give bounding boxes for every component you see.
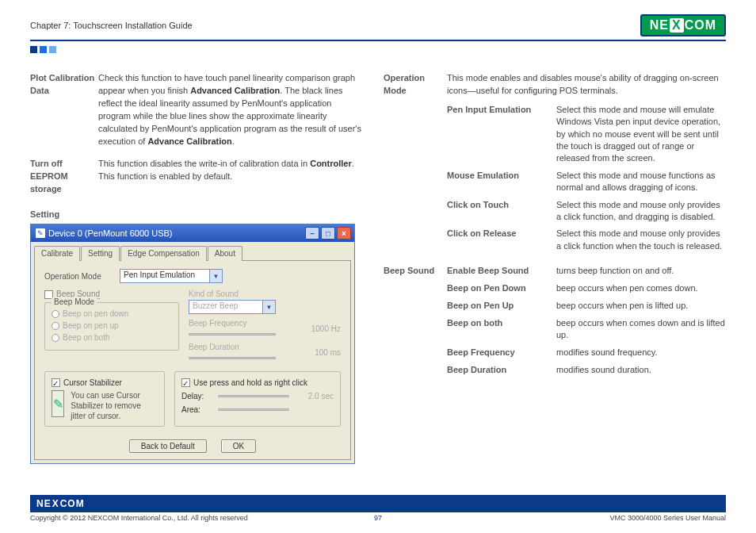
back-to-default-button[interactable]: Back to Default: [129, 439, 207, 453]
term-beep-pen-down: Beep on Pen Down: [447, 282, 556, 295]
page-number: 97: [374, 514, 382, 522]
desc-beep-duration: modifies sound duration.: [556, 364, 726, 377]
area-label: Area:: [181, 405, 213, 414]
freq-slider[interactable]: [189, 333, 276, 336]
tab-setting[interactable]: Setting: [81, 246, 120, 261]
desc-eeprom: This function disables the write-in of c…: [98, 158, 363, 196]
radio-pen-up[interactable]: [52, 322, 59, 330]
decorative-squares: [30, 46, 726, 53]
cursor-stabilizer-checkbox[interactable]: ✓: [52, 378, 60, 387]
term-beep-both: Beep on both: [447, 317, 556, 342]
close-button[interactable]: ×: [337, 227, 351, 240]
right-click-label: Use press and hold as right click: [193, 378, 307, 387]
desc-beep-both: beep occurs when comes down and is lifte…: [556, 317, 726, 342]
dur-slider[interactable]: [189, 357, 276, 359]
beep-mode-group-label: Beep Mode: [52, 297, 97, 306]
chevron-down-icon[interactable]: ▼: [209, 270, 222, 282]
opt-pen-up: Beep on pen up: [63, 321, 119, 330]
desc-enable-beep: turns beep function on and off.: [556, 265, 726, 278]
radio-pen-down[interactable]: [52, 310, 59, 318]
term-click-on-touch: Click on Touch: [447, 199, 556, 224]
area-slider[interactable]: [218, 408, 289, 411]
dur-value: 100 ms: [301, 348, 341, 357]
term-operation-mode: Operation Mode: [384, 72, 447, 257]
delay-slider[interactable]: [218, 395, 289, 397]
dialog-tabs: Calibrate Setting Edge Compensation Abou…: [31, 242, 354, 260]
pen-cursor-icon: ✎: [52, 390, 64, 417]
operation-mode-combo[interactable]: Pen Input Emulation ▼: [120, 269, 223, 283]
desc-plot-calibration: Check this function to have touch panel …: [98, 72, 363, 148]
tab-about[interactable]: About: [208, 246, 242, 261]
freq-value: 1000 Hz: [301, 324, 341, 333]
kind-of-sound-label: Kind of Sound: [189, 290, 341, 298]
opt-both: Beep on both: [63, 333, 110, 342]
tab-edge-compensation[interactable]: Edge Compensation: [120, 246, 207, 261]
footer-bar: NEXCOM: [30, 495, 726, 512]
term-beep-frequency: Beep Frequency: [447, 347, 556, 359]
cursor-stabilizer-label: Cursor Stabilizer: [63, 378, 122, 387]
term-beep-pen-up: Beep on Pen Up: [447, 300, 556, 313]
term-eeprom: Turn off EEPROM storage: [30, 158, 98, 196]
term-enable-beep: Enable Beep Sound: [447, 265, 556, 278]
kind-of-sound-combo[interactable]: Buzzer Beep ▼: [189, 300, 276, 314]
brand-logo: NEXCOM: [640, 14, 726, 36]
chevron-down-icon[interactable]: ▼: [262, 301, 275, 313]
delay-value: 2.0 sec: [294, 392, 334, 401]
desc-click-on-touch: Select this mode and mouse only provides…: [556, 199, 726, 224]
desc-pen-input-emulation: Select this mode and mouse will emulate …: [556, 104, 726, 165]
cursor-stabilizer-hint: You can use Cursor Stabilizer to remove …: [71, 390, 158, 421]
tab-calibrate[interactable]: Calibrate: [34, 246, 80, 261]
pen-icon: ✎: [36, 228, 45, 238]
right-click-checkbox[interactable]: ✓: [181, 378, 190, 387]
desc-click-on-release: Select this mode and mouse only provides…: [556, 228, 726, 252]
logo-part-3: COM: [685, 18, 716, 33]
desc-beep-pen-up: beep occurs when pen is lifted up.: [556, 300, 726, 313]
operation-mode-value: Pen Input Emulation: [120, 270, 209, 282]
minimize-button[interactable]: –: [305, 227, 319, 240]
opt-pen-down: Beep on pen down: [63, 309, 128, 318]
operation-mode-label: Operation Mode: [44, 272, 120, 281]
dur-label: Beep Duration: [189, 343, 296, 351]
chapter-title: Chapter 7: Touchscreen Installation Guid…: [30, 21, 193, 30]
desc-beep-pen-down: beep occurs when pen comes down.: [556, 282, 726, 295]
footer-logo: NEXCOM: [36, 498, 85, 509]
freq-label: Beep Frequency: [189, 319, 296, 328]
radio-both[interactable]: [52, 334, 59, 342]
desc-mouse-emulation: Select this mode and mouse functions as …: [556, 170, 726, 194]
logo-part-2: X: [670, 18, 684, 33]
term-click-on-release: Click on Release: [447, 228, 556, 252]
manual-name: VMC 3000/4000 Series User Manual: [609, 514, 726, 522]
term-mouse-emulation: Mouse Emulation: [447, 170, 556, 194]
settings-dialog: ✎ Device 0 (PenMount 6000 USB) – □ × Cal…: [30, 224, 355, 464]
desc-beep-frequency: modifies sound frequency.: [556, 347, 726, 359]
setting-heading: Setting: [30, 209, 363, 219]
header-rule: [30, 40, 726, 41]
logo-part-1: NE: [650, 18, 669, 33]
term-beep-sound: Beep Sound: [384, 265, 447, 381]
term-plot-calibration: Plot Calibration Data: [30, 72, 98, 148]
dialog-title: Device 0 (PenMount 6000 USB): [48, 228, 173, 238]
term-beep-duration: Beep Duration: [447, 364, 556, 377]
ok-button[interactable]: OK: [221, 439, 256, 453]
maximize-button[interactable]: □: [321, 227, 335, 240]
dialog-titlebar: ✎ Device 0 (PenMount 6000 USB) – □ ×: [31, 224, 354, 242]
desc-operation-mode: This mode enables and disables mouse's a…: [447, 72, 726, 98]
kind-of-sound-value: Buzzer Beep: [189, 301, 262, 313]
copyright: Copyright © 2012 NEXCOM International Co…: [30, 514, 248, 522]
delay-label: Delay:: [181, 392, 213, 401]
term-pen-input-emulation: Pen Input Emulation: [447, 104, 556, 165]
